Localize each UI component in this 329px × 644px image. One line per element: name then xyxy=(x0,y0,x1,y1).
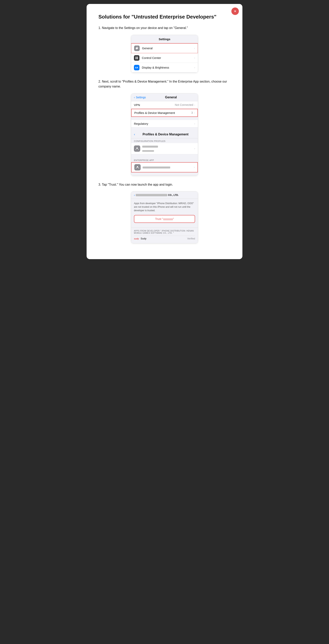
verified-text: Verified xyxy=(187,237,195,240)
trust-button-wrap: Trust "" xyxy=(134,215,195,223)
svg-rect-3 xyxy=(136,58,137,59)
profiles-label: Profiles & Device Management xyxy=(134,111,191,114)
config-profile-text xyxy=(142,145,194,152)
step1-text: 1. Navigate to the Settings on your devi… xyxy=(98,26,231,30)
trust-nav: ‹ CO., LTD. xyxy=(131,192,198,199)
general-mockup: ‹ Settings General VPN Not Connected › P… xyxy=(131,94,198,176)
step2-text: 2. Next, scroll to "Profiles & Device Ma… xyxy=(98,79,231,89)
trust-btn-blurred xyxy=(163,218,173,220)
trust-back-icon: ‹ xyxy=(134,194,135,197)
general-row[interactable]: General › xyxy=(131,43,198,54)
control-center-label: Control Center xyxy=(142,56,194,60)
gap4 xyxy=(131,172,198,176)
display-brightness-row[interactable]: AA Display & Brightness › xyxy=(131,63,198,72)
enterprise-blurred xyxy=(143,166,170,168)
config-chevron: › xyxy=(194,147,195,150)
trust-verified-row: sudy Sudy Verified xyxy=(134,236,195,241)
regulatory-chevron: › xyxy=(194,122,195,125)
control-center-icon xyxy=(134,55,139,61)
display-label: Display & Brightness xyxy=(142,66,194,69)
sub-profiles-nav: ‹ Profiles & Device Management xyxy=(131,131,198,138)
sudy-name: Sudy xyxy=(141,237,187,240)
config-profiles-label: CONFIGURATION PROFILES xyxy=(131,138,198,143)
svg-rect-1 xyxy=(136,57,137,58)
display-icon: AA xyxy=(134,65,139,70)
enterprise-app-label: ENTERPRISE APP xyxy=(131,158,198,162)
general-nav-title: General xyxy=(147,96,195,99)
close-button[interactable]: × xyxy=(231,8,239,15)
settings-mockup: Settings General › Control xyxy=(131,35,198,73)
enterprise-app-item[interactable]: › xyxy=(131,162,198,172)
general-icon xyxy=(134,46,140,51)
modal: × Solutions for "Untrusted Enterprise De… xyxy=(87,4,242,259)
trust-co-ltd: CO., LTD. xyxy=(168,194,179,196)
trust-footer: APPS FROM DEVELOPER " IPHONE DISTRIBUTIO… xyxy=(131,228,198,243)
control-center-row[interactable]: Control Center › xyxy=(131,53,198,63)
back-icon: ‹ xyxy=(134,96,135,99)
trust-body: Apps from developer "iPhone Distribution… xyxy=(131,199,198,228)
general-nav: ‹ Settings General xyxy=(131,94,198,101)
blurred-line1 xyxy=(142,146,158,148)
general-label: General xyxy=(142,46,194,50)
vpn-chevron: › xyxy=(194,104,195,106)
svg-rect-4 xyxy=(137,58,138,59)
svg-point-6 xyxy=(137,166,138,167)
trust-company-blurred xyxy=(136,194,167,196)
trust-description: Apps from developer "iPhone Distribution… xyxy=(134,202,195,212)
blurred-line2 xyxy=(142,150,154,152)
gap3 xyxy=(131,154,198,158)
svg-rect-2 xyxy=(137,57,138,58)
back-label: Settings xyxy=(136,96,146,99)
trust-footer-title: APPS FROM DEVELOPER " IPHONE DISTRIBUTIO… xyxy=(134,230,195,234)
regulatory-row[interactable]: Regulatory › xyxy=(131,120,198,128)
profiles-row[interactable]: Profiles & Device Management 3 › xyxy=(131,109,198,117)
step3-text: 3. Tap "Trust." You can now launch the a… xyxy=(98,182,231,187)
chevron-icon2: › xyxy=(194,56,195,59)
trust-mockup: ‹ CO., LTD. Apps from developer "iPhone … xyxy=(131,191,198,243)
svg-point-5 xyxy=(137,148,138,148)
page-title: Solutions for "Untrusted Enterprise Deve… xyxy=(98,14,231,20)
sub-profiles-title: Profiles & Device Management xyxy=(136,132,195,136)
chevron-icon: › xyxy=(194,47,195,50)
enterprise-text xyxy=(143,166,194,169)
config-profile-icon xyxy=(134,146,140,152)
regulatory-label: Regulatory xyxy=(134,122,194,125)
sub-back-icon: ‹ xyxy=(134,132,135,136)
vpn-value: Not Connected xyxy=(175,103,193,106)
profiles-count: 3 xyxy=(191,111,193,114)
settings-header: Settings xyxy=(131,35,198,43)
vpn-row[interactable]: VPN Not Connected › xyxy=(131,101,198,109)
chevron-icon3: › xyxy=(194,66,195,69)
enterprise-chevron: › xyxy=(194,166,195,169)
vpn-label: VPN xyxy=(134,103,175,106)
gap2 xyxy=(131,128,198,131)
trust-button[interactable]: Trust "" xyxy=(134,216,195,222)
profiles-chevron: › xyxy=(194,111,195,114)
gap1 xyxy=(131,117,198,120)
sudy-logo: sudy xyxy=(134,238,139,240)
close-icon: × xyxy=(234,10,236,13)
config-profile-item[interactable]: › xyxy=(131,143,198,154)
enterprise-icon xyxy=(134,164,141,170)
